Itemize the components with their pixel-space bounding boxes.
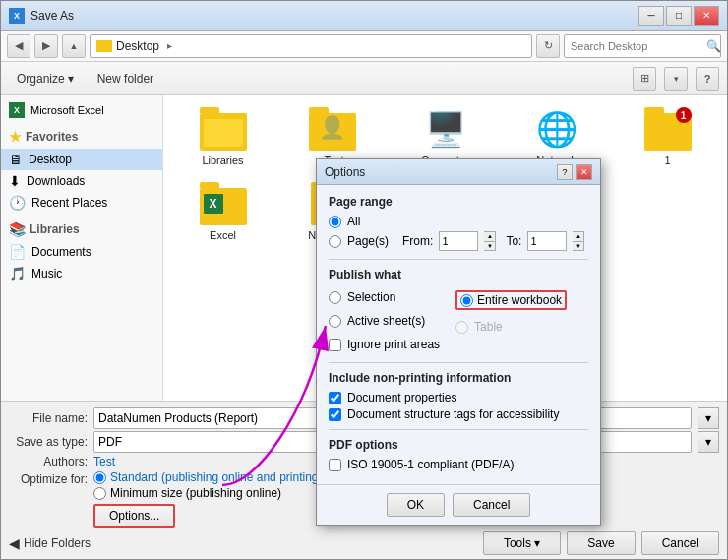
from-input[interactable] xyxy=(439,231,478,251)
sidebar-item-documents[interactable]: 📄 Documents xyxy=(1,241,162,263)
desktop-label: Desktop xyxy=(29,153,72,166)
authors-label: Authors: xyxy=(9,455,88,468)
close-button[interactable]: ✕ xyxy=(694,6,719,26)
documents-icon: 📄 xyxy=(9,244,26,260)
folder-icon-address xyxy=(96,40,112,52)
optimize-standard-radio[interactable] xyxy=(93,471,106,484)
tools-button[interactable]: Tools ▾ xyxy=(483,531,561,555)
cancel-button[interactable]: Cancel xyxy=(641,531,719,555)
address-bar: ◀ ▶ ▲ Desktop ▸ ↻ 🔍 xyxy=(1,31,727,62)
doc-properties-checkbox[interactable] xyxy=(329,392,341,404)
forward-button[interactable]: ▶ xyxy=(34,34,58,58)
from-down-btn[interactable]: ▼ xyxy=(484,241,495,251)
optimize-minimum-item[interactable]: Minimum size (publishing online) xyxy=(93,486,322,500)
new-folder-label: New folder xyxy=(97,72,153,86)
music-label: Music xyxy=(31,267,62,280)
non-printing-title: Include non-printing information xyxy=(329,371,588,385)
file-item-libraries[interactable]: Libraries xyxy=(171,103,274,170)
tools-arrow: ▾ xyxy=(534,536,540,550)
view-toggle-button[interactable]: ⊞ xyxy=(633,67,656,91)
recent-label: Recent Places xyxy=(31,196,107,210)
doc-properties-item: Document properties xyxy=(329,391,588,404)
libraries-label: Libraries xyxy=(30,222,80,236)
dialog-ok-button[interactable]: OK xyxy=(387,493,445,517)
page-range-title: Page range xyxy=(329,195,588,209)
options-dialog: Options ? ✕ Page range All Page(s) From: xyxy=(316,158,601,526)
dialog-cancel-button[interactable]: Cancel xyxy=(453,493,530,517)
doc-structure-checkbox[interactable] xyxy=(329,408,341,421)
doc-structure-item: Document structure tags for accessibilit… xyxy=(329,407,588,421)
options-button[interactable]: Options... xyxy=(93,504,175,528)
minimize-button[interactable]: ─ xyxy=(638,6,664,26)
view-dropdown-button[interactable]: ▾ xyxy=(664,67,688,91)
hide-folders-label: Hide Folders xyxy=(24,536,91,550)
tools-label: Tools xyxy=(504,536,531,550)
excel-label: Microsoft Excel xyxy=(30,104,104,116)
savetype-dropdown[interactable]: ▾ xyxy=(698,431,719,453)
refresh-button[interactable]: ↻ xyxy=(536,34,560,58)
optimize-standard-item[interactable]: Standard (publishing online and printing… xyxy=(93,470,322,484)
from-up-btn[interactable]: ▲ xyxy=(484,232,495,241)
page-range-all-item: All xyxy=(329,215,588,228)
iso-label: ISO 19005-1 compliant (PDF/A) xyxy=(347,458,514,471)
iso-checkbox[interactable] xyxy=(329,459,341,471)
file-item-excel-folder[interactable]: X Excel xyxy=(171,178,274,245)
authors-value: Test xyxy=(93,455,115,468)
optimize-minimum-radio[interactable] xyxy=(93,487,106,500)
new-folder-button[interactable]: New folder xyxy=(90,69,161,89)
up-button[interactable]: ▲ xyxy=(62,34,86,58)
sidebar-item-downloads[interactable]: ⬇ Downloads xyxy=(1,170,162,192)
entire-workbook-label: Entire workbook xyxy=(477,293,562,307)
title-bar: X Save As ─ □ ✕ xyxy=(1,1,727,31)
entire-workbook-radio[interactable] xyxy=(460,294,473,307)
window-title: Save As xyxy=(30,9,638,23)
network-icon: 🌐 xyxy=(536,109,577,149)
separator-3 xyxy=(329,429,588,430)
address-field[interactable]: Desktop ▸ xyxy=(90,34,532,58)
favorites-star-icon: ★ xyxy=(9,129,22,145)
dialog-help-button[interactable]: ? xyxy=(557,164,573,180)
sidebar-item-desktop[interactable]: 🖥 Desktop xyxy=(1,149,162,170)
search-box[interactable]: 🔍 xyxy=(564,34,721,58)
table-item: Table xyxy=(455,320,567,334)
favorites-label: Favorites xyxy=(26,130,78,144)
page-range-all-label: All xyxy=(347,215,360,228)
active-sheets-radio[interactable] xyxy=(329,315,341,328)
hide-folders-btn[interactable]: ◀ Hide Folders xyxy=(9,535,91,551)
dialog-close-button[interactable]: ✕ xyxy=(576,164,592,180)
to-label: To: xyxy=(506,234,521,248)
active-sheets-label: Active sheet(s) xyxy=(347,314,425,328)
to-up-btn[interactable]: ▲ xyxy=(573,232,583,241)
help-button[interactable]: ? xyxy=(696,67,719,91)
bottom-actions: ◀ Hide Folders Tools ▾ Save Cancel xyxy=(9,531,719,555)
doc-properties-label: Document properties xyxy=(347,391,456,404)
to-input[interactable] xyxy=(527,231,567,251)
search-input[interactable] xyxy=(571,40,706,52)
maximize-button[interactable]: □ xyxy=(666,6,692,26)
selection-radio[interactable] xyxy=(329,291,341,304)
file-item-1[interactable]: 1 1 xyxy=(616,103,719,170)
documents-label: Documents xyxy=(31,245,91,259)
filename-dropdown[interactable]: ▾ xyxy=(698,407,719,429)
pdf-options-title: PDF options xyxy=(329,438,588,452)
to-down-btn[interactable]: ▼ xyxy=(573,241,583,251)
sidebar-item-music[interactable]: 🎵 Music xyxy=(1,263,162,284)
sidebar-item-excel[interactable]: X Microsoft Excel xyxy=(1,99,162,121)
savetype-label: Save as type: xyxy=(9,435,88,449)
page-range-pages-item: Page(s) From: ▲ ▼ To: ▲ ▼ xyxy=(329,231,588,251)
save-button[interactable]: Save xyxy=(567,531,635,555)
organize-button[interactable]: Organize ▾ xyxy=(9,69,82,89)
dialog-title-text: Options xyxy=(325,165,553,179)
file-label-excel: Excel xyxy=(210,229,236,241)
page-range-pages-radio[interactable] xyxy=(329,235,341,248)
ignore-print-checkbox[interactable] xyxy=(329,339,341,351)
page-range-all-radio[interactable] xyxy=(329,216,341,228)
music-icon: 🎵 xyxy=(9,266,26,281)
page-range-pages-label: Page(s) xyxy=(347,234,389,248)
separator-2 xyxy=(329,362,588,363)
dialog-title-bar: Options ? ✕ xyxy=(317,159,600,185)
back-button[interactable]: ◀ xyxy=(7,34,30,58)
sidebar-item-recent[interactable]: 🕐 Recent Places xyxy=(1,192,162,214)
doc-structure-label: Document structure tags for accessibilit… xyxy=(347,407,559,421)
table-radio[interactable] xyxy=(455,321,468,334)
